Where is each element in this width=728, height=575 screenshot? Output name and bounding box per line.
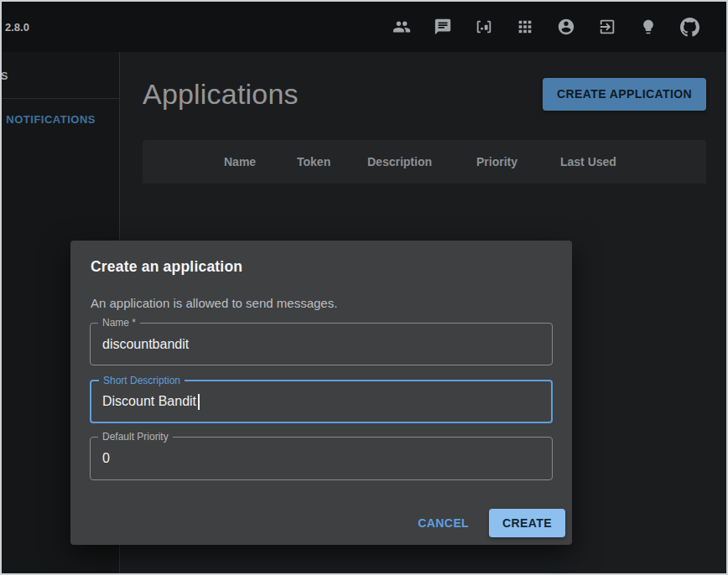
short-description-input-value: Discount Bandit bbox=[91, 394, 196, 409]
default-priority-input[interactable]: Default Priority 0 bbox=[90, 437, 553, 480]
short-description-input-label: Short Description bbox=[99, 375, 185, 386]
dialog-title: Create an application bbox=[70, 241, 572, 276]
name-input-label: Name * bbox=[98, 317, 140, 329]
text-cursor bbox=[198, 394, 200, 410]
dialog-actions: CANCEL CREATE bbox=[404, 509, 565, 537]
gotify-window: 2.8.0 bbox=[0, 0, 728, 575]
name-input-value: discountbandit bbox=[91, 337, 189, 352]
default-priority-input-value: 0 bbox=[91, 451, 110, 466]
dialog-subtitle: An application is allowed to send messag… bbox=[70, 296, 572, 310]
default-priority-input-label: Default Priority bbox=[98, 431, 173, 443]
create-application-dialog: Create an application An application is … bbox=[70, 241, 572, 545]
create-button[interactable]: CREATE bbox=[489, 509, 565, 537]
name-input[interactable]: Name * discountbandit bbox=[90, 323, 553, 365]
cancel-button[interactable]: CANCEL bbox=[404, 510, 482, 536]
short-description-input[interactable]: Short Description Discount Bandit bbox=[90, 380, 553, 423]
